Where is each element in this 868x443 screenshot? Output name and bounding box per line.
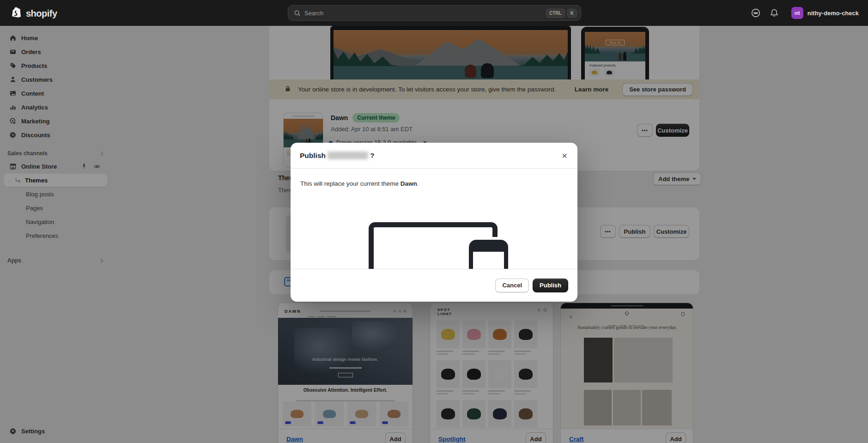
- modal-title: Publish ?: [300, 152, 374, 160]
- shopify-admin: Shop all Featured products Your online s…: [0, 0, 868, 443]
- search-icon: [294, 10, 301, 17]
- modal-title-suffix: ?: [370, 152, 374, 160]
- search-placeholder: Search: [304, 10, 544, 17]
- cancel-button[interactable]: Cancel: [495, 279, 529, 292]
- shopify-logo[interactable]: shopify: [10, 6, 57, 20]
- modal-message-prefix: This will replace your current theme: [300, 180, 401, 187]
- close-icon[interactable]: ×: [558, 149, 571, 162]
- notifications-bell-icon[interactable]: [769, 8, 779, 18]
- modal-footer: Cancel Publish: [291, 269, 577, 301]
- account-menu[interactable]: nit nithy-demo-check: [788, 5, 862, 21]
- sidekick-icon[interactable]: [751, 8, 761, 18]
- modal-title-prefix: Publish: [300, 152, 326, 160]
- shopify-wordmark: shopify: [26, 8, 57, 19]
- modal-message: This will replace your current theme Daw…: [300, 180, 419, 187]
- top-bar: shopify Search CTRL K nit nithy-demo-che…: [0, 0, 868, 26]
- shopify-bag-icon: [10, 6, 23, 20]
- shortcut-k-key: K: [567, 9, 577, 18]
- store-name: nithy-demo-check: [807, 10, 859, 17]
- modal-message-theme: Dawn: [401, 180, 417, 187]
- publish-theme-modal: Publish ? × This will replace your curre…: [291, 143, 577, 302]
- store-avatar: nit: [791, 7, 803, 19]
- phone-frame-graphic: [469, 240, 508, 269]
- shortcut-ctrl-key: CTRL: [546, 9, 565, 18]
- global-search[interactable]: Search CTRL K: [288, 5, 581, 21]
- redacted-theme-name: [328, 152, 368, 159]
- modal-header: Publish ? ×: [291, 143, 577, 169]
- publish-button[interactable]: Publish: [533, 279, 568, 292]
- modal-body: This will replace your current theme Daw…: [291, 169, 577, 269]
- modal-message-suffix: .: [417, 180, 419, 187]
